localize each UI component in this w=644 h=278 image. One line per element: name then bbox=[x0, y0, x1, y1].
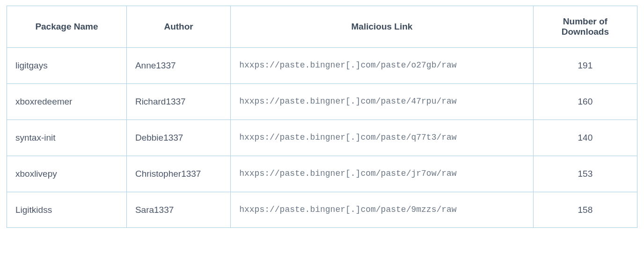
header-author: Author bbox=[126, 6, 230, 48]
table-row: xboxredeemer Richard1337 hxxps://paste.b… bbox=[7, 83, 637, 120]
header-package-name: Package Name bbox=[7, 6, 127, 48]
cell-package-name: xboxredeemer bbox=[7, 83, 127, 120]
cell-author: Sara1337 bbox=[126, 192, 230, 228]
cell-downloads: 153 bbox=[533, 156, 637, 192]
header-malicious-link: Malicious Link bbox=[231, 6, 534, 48]
cell-malicious-link: hxxps://paste.bingner[.]com/paste/9mzzs/… bbox=[231, 192, 534, 228]
cell-package-name: Ligitkidss bbox=[7, 192, 127, 228]
table-wrapper: Package Name Author Malicious Link Numbe… bbox=[0, 0, 644, 233]
cell-downloads: 158 bbox=[533, 192, 637, 228]
cell-malicious-link: hxxps://paste.bingner[.]com/paste/47rpu/… bbox=[231, 83, 534, 120]
cell-author: Richard1337 bbox=[126, 83, 230, 120]
cell-downloads: 191 bbox=[533, 48, 637, 84]
cell-downloads: 160 bbox=[533, 83, 637, 120]
cell-author: Anne1337 bbox=[126, 48, 230, 84]
cell-malicious-link: hxxps://paste.bingner[.]com/paste/o27gb/… bbox=[231, 48, 534, 84]
table-row: syntax-init Debbie1337 hxxps://paste.bin… bbox=[7, 120, 637, 156]
malicious-packages-table: Package Name Author Malicious Link Numbe… bbox=[7, 6, 637, 228]
cell-author: Debbie1337 bbox=[126, 120, 230, 156]
cell-malicious-link: hxxps://paste.bingner[.]com/paste/q77t3/… bbox=[231, 120, 534, 156]
cell-downloads: 140 bbox=[533, 120, 637, 156]
cell-package-name: syntax-init bbox=[7, 120, 127, 156]
table-row: xboxlivepy Christopher1337 hxxps://paste… bbox=[7, 156, 637, 192]
header-downloads: Number of Downloads bbox=[533, 6, 637, 48]
cell-package-name: ligitgays bbox=[7, 48, 127, 84]
cell-malicious-link: hxxps://paste.bingner[.]com/paste/jr7ow/… bbox=[231, 156, 534, 192]
table-header-row: Package Name Author Malicious Link Numbe… bbox=[7, 6, 637, 48]
table-row: ligitgays Anne1337 hxxps://paste.bingner… bbox=[7, 48, 637, 84]
table-row: Ligitkidss Sara1337 hxxps://paste.bingne… bbox=[7, 192, 637, 228]
cell-package-name: xboxlivepy bbox=[7, 156, 127, 192]
cell-author: Christopher1337 bbox=[126, 156, 230, 192]
